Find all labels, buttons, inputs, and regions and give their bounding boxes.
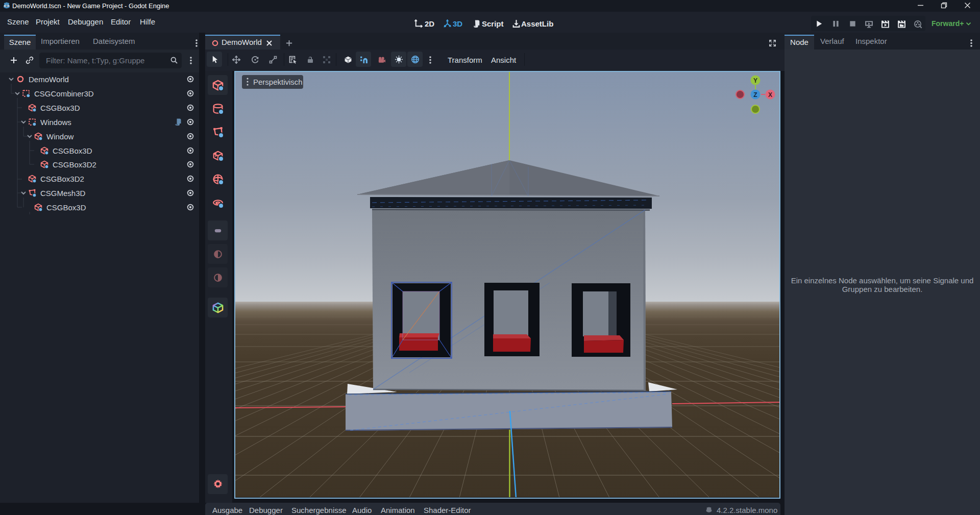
svg-text:Y: Y (753, 77, 757, 84)
svg-text:Z: Z (753, 91, 757, 99)
svg-text:X: X (768, 91, 772, 99)
svg-text:Perspektivisch: Perspektivisch (253, 78, 303, 86)
